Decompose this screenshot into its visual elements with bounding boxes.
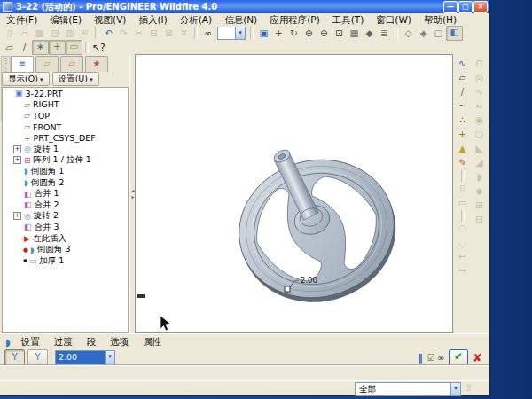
quick-search-combo[interactable] — [217, 27, 246, 40]
chevron-down-icon[interactable] — [235, 27, 245, 39]
shaded-button[interactable]: ◧ — [446, 26, 463, 41]
selection-filter-combo[interactable]: 全部 — [355, 382, 461, 396]
dashboard-tab-4[interactable]: 属性 — [136, 336, 168, 347]
datum-points-toggle[interactable]: ∗ — [32, 40, 49, 55]
datum-axes-toggle[interactable]: / — [17, 41, 32, 54]
transition-mode-toggle[interactable]: Y — [27, 349, 48, 365]
chevron-down-icon[interactable] — [450, 383, 460, 395]
hidden-line-button[interactable]: ◈ — [416, 27, 431, 40]
ok-button[interactable]: ✔ — [449, 349, 468, 365]
tree-item[interactable]: ▣3-22.PRT — [3, 88, 128, 99]
appearance-tool-button[interactable]: ✎ — [455, 156, 470, 170]
csys-toggle[interactable]: + — [49, 40, 66, 55]
radius-drag-handle[interactable] — [285, 286, 290, 292]
menu-item-6[interactable]: 应用程序(P) — [263, 13, 326, 26]
tree-item[interactable]: ●◗倒圆角 3 — [3, 244, 128, 255]
tree-item[interactable]: +PRT_CSYS_DEF — [3, 132, 128, 144]
tab-folder-browser[interactable]: ▱ — [35, 56, 59, 72]
menu-item-1[interactable]: 编辑(E) — [43, 13, 88, 26]
tree-item[interactable]: ▱FRONT — [3, 121, 128, 133]
tree-item[interactable]: ▶在此插入 — [3, 233, 128, 245]
tree-item[interactable]: +◎旋转 2 — [3, 211, 128, 223]
named-views-button[interactable]: ▦ — [347, 27, 362, 40]
no-hidden-button[interactable]: ▢ — [431, 27, 446, 40]
dashboard-tab-1[interactable]: 过渡 — [47, 336, 80, 347]
datum-axis-tool-button[interactable]: / — [455, 85, 470, 99]
menu-item-2[interactable]: 视图(V) — [88, 13, 132, 26]
menu-item-9[interactable]: 帮助(H) — [418, 13, 463, 26]
expand-icon[interactable]: + — [13, 156, 21, 164]
maximize-button[interactable]: □ — [458, 1, 473, 13]
view-manager-button[interactable]: ◆ — [362, 27, 377, 40]
tree-item[interactable]: ◧合并 3 — [3, 222, 128, 233]
tab-favorites[interactable]: ★ — [85, 56, 108, 72]
pause-button[interactable]: ‖ — [418, 352, 423, 364]
menu-item-0[interactable]: 文件(F) — [0, 13, 43, 26]
title-bar[interactable]: 3-22 (活动的) - Pro/ENGINEER Wildfire 4.0 —… — [0, 0, 489, 13]
tree-item[interactable]: ◗倒圆角 2 — [3, 177, 128, 189]
menu-item-3[interactable]: 插入(I) — [132, 13, 173, 26]
handwheel-model[interactable] — [223, 143, 411, 319]
datum-plane-tool-button[interactable]: ▱ — [455, 71, 470, 85]
wrap-tool-button: ↪ — [455, 264, 470, 278]
datum-planes-toggle[interactable]: ▱ — [2, 41, 17, 54]
curve-tool-button[interactable]: ~ — [455, 99, 470, 113]
dimension-text[interactable]: 2.00 — [301, 276, 317, 285]
orient-mode-button[interactable]: ↻ — [286, 27, 301, 40]
tree-item[interactable]: ◧合并 1 — [3, 188, 128, 200]
csys-tool-button[interactable]: + — [455, 128, 470, 142]
tree-item[interactable]: ▱RIGHT — [3, 99, 128, 111]
wireframe-button[interactable]: ◇ — [401, 27, 416, 40]
menu-item-7[interactable]: 工具(T) — [326, 13, 371, 26]
repaint-button[interactable]: ▣ — [256, 27, 271, 40]
tree-item[interactable]: +◎旋转 1 — [3, 144, 128, 155]
dashboard-tab-0[interactable]: 设置 — [14, 336, 47, 347]
tree-item-label: 旋转 1 — [34, 144, 59, 155]
undo-button[interactable]: ↶ — [101, 27, 116, 40]
refit-button[interactable]: ⊡ — [332, 27, 347, 40]
tree-item[interactable]: ▱TOP — [3, 110, 128, 121]
show-dropdown-button[interactable]: 显示(O) — [2, 72, 50, 86]
quick-search-combo-value[interactable] — [218, 27, 235, 39]
tab-open-folder[interactable]: ▱ — [60, 56, 83, 72]
close-button[interactable]: ✕ — [473, 1, 488, 13]
selection-filter-value[interactable]: 全部 — [356, 383, 450, 395]
draft-icon: ◢ — [475, 157, 482, 168]
menu-item-8[interactable]: 窗口(W) — [370, 13, 418, 26]
context-help-button[interactable]: ↖? — [91, 41, 106, 54]
expand-icon[interactable]: + — [13, 212, 21, 220]
search-button[interactable]: ∞ — [200, 27, 215, 40]
annotations-toggle[interactable]: ▭ — [66, 40, 82, 55]
separator — [250, 27, 254, 39]
minimize-button[interactable]: — — [443, 1, 458, 13]
analysis-tool-button[interactable]: ▲ — [455, 142, 470, 156]
tree-item[interactable]: ◗倒圆角 1 — [3, 166, 128, 177]
tree-item-label: 合并 3 — [35, 222, 59, 233]
dashboard-tab-2[interactable]: 段 — [80, 336, 104, 347]
menu-item-4[interactable]: 分析(A) — [174, 13, 218, 26]
menu-item-5[interactable]: 信息(N) — [218, 13, 263, 26]
spin-center-button[interactable]: + — [271, 27, 286, 40]
datum-plane-icon: ▱ — [24, 111, 30, 120]
tree-item[interactable]: ◧合并 2 — [3, 200, 128, 211]
radius-value[interactable]: 2.00 — [56, 351, 105, 364]
set-mode-toggle[interactable]: Y — [4, 349, 25, 365]
dashboard-tab-3[interactable]: 选项 — [103, 336, 136, 347]
round-feature-icon: ◗ — [5, 337, 11, 348]
redo-icon: ↷ — [120, 27, 128, 38]
cancel-button[interactable]: ✘ — [473, 351, 482, 364]
tree-item[interactable]: ▪▭加厚 1 — [3, 255, 128, 267]
graphics-area[interactable]: 2.00 — [135, 54, 453, 333]
zoom-in-button[interactable]: ⊕ — [301, 27, 317, 40]
datum-point-tool-button[interactable]: ∴ — [455, 113, 470, 128]
tab-model-tree[interactable]: ≡ — [11, 56, 34, 72]
chevron-down-icon[interactable] — [105, 351, 114, 364]
zoom-out-button[interactable]: ⊖ — [317, 27, 332, 40]
preview-checkbox[interactable]: ☑ — [427, 353, 435, 363]
radius-combo[interactable]: 2.00 — [55, 350, 115, 365]
style-tool-button[interactable]: ∿ — [455, 57, 470, 71]
layers-button[interactable]: ≣ — [377, 27, 392, 40]
expand-icon[interactable]: + — [13, 145, 21, 153]
tree-item[interactable]: +⊞阵列 1 / 拉伸 1 — [3, 155, 128, 167]
settings-dropdown-button[interactable]: 设置(U) — [52, 72, 99, 86]
